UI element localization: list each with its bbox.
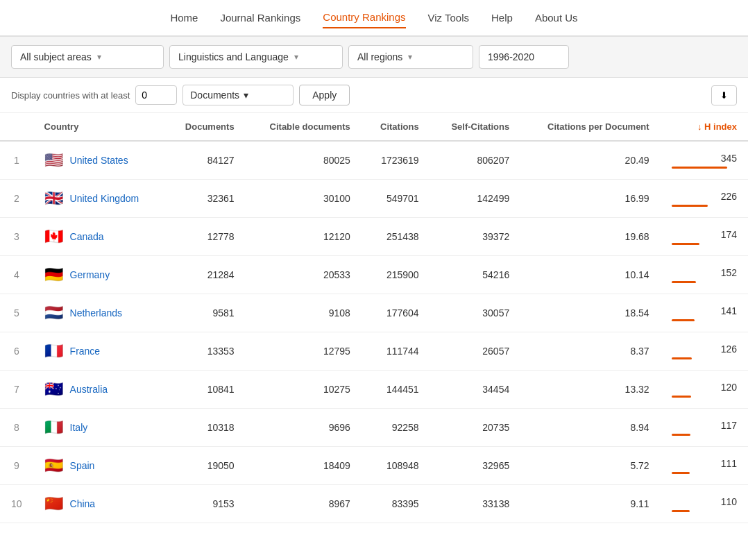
nav-viz-tools[interactable]: Viz Tools (428, 8, 469, 28)
region-chevron-icon: ▾ (408, 52, 412, 62)
cpd-cell: 8.94 (520, 409, 660, 447)
documents-cell: 21284 (165, 256, 246, 294)
hindex-value: 111 (721, 458, 737, 469)
table-row: 3 🇨🇦 Canada 12778 12120 251438 39372 19.… (0, 218, 748, 256)
hindex-value: 152 (721, 267, 737, 278)
apply-button[interactable]: Apply (299, 85, 350, 105)
doc-type-chevron-icon: ▾ (244, 90, 248, 101)
table-header-row: Country Documents Citable documents Cita… (0, 113, 748, 141)
hindex-cell: 152 (661, 256, 748, 294)
citations-cell: 549701 (362, 180, 430, 218)
hindex-cell: 117 (661, 409, 748, 447)
selfcitations-cell: 20735 (430, 409, 521, 447)
documents-cell: 13353 (165, 332, 246, 371)
flag-icon: 🇬🇧 (44, 189, 63, 207)
nav-journal-rankings[interactable]: Journal Rankings (220, 8, 300, 28)
hindex-value: 345 (721, 153, 737, 164)
country-link[interactable]: Italy (70, 422, 88, 433)
flag-icon: 🇫🇷 (44, 342, 63, 360)
hindex-bar (672, 396, 691, 398)
selfcitations-cell: 54216 (430, 256, 521, 294)
subject-area-label: All subject areas (20, 51, 92, 62)
cpd-cell: 20.49 (520, 141, 660, 180)
nav-home[interactable]: Home (170, 8, 198, 28)
country-cell: 🇮🇹 Italy (33, 409, 165, 447)
doc-type-label: Documents (190, 90, 239, 101)
hindex-cell: 110 (661, 485, 748, 523)
country-cell: 🇺🇸 United States (33, 141, 165, 180)
citations-cell: 92258 (362, 409, 430, 447)
selfcitations-cell: 39372 (430, 218, 521, 256)
country-link[interactable]: China (70, 498, 96, 509)
col-hindex[interactable]: ↓ H index (661, 113, 748, 141)
subject-area-dropdown[interactable]: All subject areas ▾ (11, 45, 164, 69)
citable-cell: 18409 (246, 447, 362, 485)
flag-icon: 🇨🇦 (44, 228, 63, 246)
table-row: 5 🇳🇱 Netherlands 9581 9108 177604 30057 … (0, 294, 748, 332)
doc-type-dropdown[interactable]: Documents ▾ (182, 85, 294, 105)
col-citable: Citable documents (246, 113, 362, 141)
country-link[interactable]: Canada (70, 231, 104, 242)
main-nav: Home Journal Rankings Country Rankings V… (0, 0, 748, 37)
rank-cell: 5 (0, 294, 33, 332)
hindex-cell: 345 (661, 141, 748, 180)
hindex-bar (672, 205, 708, 207)
hindex-bar (672, 472, 690, 474)
citable-cell: 12795 (246, 332, 362, 371)
hindex-bar (672, 357, 692, 359)
country-link[interactable]: Spain (70, 460, 95, 471)
flag-icon: 🇺🇸 (44, 151, 63, 169)
table-row: 8 🇮🇹 Italy 10318 9696 92258 20735 8.94 1… (0, 409, 748, 447)
filter-bar: All subject areas ▾ Linguistics and Lang… (0, 37, 748, 78)
flag-icon: 🇮🇹 (44, 418, 63, 436)
category-label: Linguistics and Language (178, 51, 289, 62)
nav-country-rankings[interactable]: Country Rankings (323, 7, 405, 28)
hindex-value: 174 (721, 229, 737, 240)
selfcitations-cell: 32965 (430, 447, 521, 485)
documents-cell: 10318 (165, 409, 246, 447)
hindex-value: 120 (721, 382, 737, 393)
cpd-cell: 16.99 (520, 180, 660, 218)
documents-cell: 10841 (165, 371, 246, 409)
selfcitations-cell: 30057 (430, 294, 521, 332)
min-value-input[interactable] (135, 85, 177, 105)
country-cell: 🇨🇦 Canada (33, 218, 165, 256)
citations-cell: 144451 (362, 371, 430, 409)
nav-about-us[interactable]: About Us (535, 8, 578, 28)
hindex-value: 141 (721, 305, 737, 316)
hindex-bar (672, 281, 696, 283)
hindex-value: 226 (721, 191, 737, 202)
rank-cell: 9 (0, 447, 33, 485)
country-cell: 🇬🇧 United Kingdom (33, 180, 165, 218)
rank-cell: 4 (0, 256, 33, 294)
category-dropdown[interactable]: Linguistics and Language ▾ (169, 45, 343, 69)
documents-cell: 9153 (165, 485, 246, 523)
table-row: 7 🇦🇺 Australia 10841 10275 144451 34454 … (0, 371, 748, 409)
country-link[interactable]: Germany (70, 269, 110, 280)
download-button[interactable]: ⬇ (711, 85, 737, 105)
cpd-cell: 13.32 (520, 371, 660, 409)
country-link[interactable]: Australia (70, 384, 108, 395)
citations-cell: 177604 (362, 294, 430, 332)
subject-chevron-icon: ▾ (97, 52, 101, 62)
citations-cell: 108948 (362, 447, 430, 485)
region-dropdown[interactable]: All regions ▾ (348, 45, 473, 69)
country-link[interactable]: United Kingdom (70, 193, 139, 204)
country-link[interactable]: France (70, 346, 101, 357)
hindex-value: 117 (721, 420, 737, 431)
rank-cell: 3 (0, 218, 33, 256)
cpd-cell: 8.37 (520, 332, 660, 371)
hindex-bar (672, 510, 690, 512)
flag-icon: 🇨🇳 (44, 495, 63, 513)
country-cell: 🇦🇺 Australia (33, 371, 165, 409)
col-documents: Documents (165, 113, 246, 141)
documents-cell: 19050 (165, 447, 246, 485)
country-link[interactable]: United States (70, 155, 128, 166)
country-link[interactable]: Netherlands (70, 307, 123, 319)
citations-cell: 251438 (362, 218, 430, 256)
rankings-table-container: Country Documents Citable documents Cita… (0, 113, 748, 523)
rank-cell: 6 (0, 332, 33, 371)
nav-help[interactable]: Help (491, 8, 513, 28)
hindex-cell: 226 (661, 180, 748, 218)
hindex-cell: 126 (661, 332, 748, 371)
